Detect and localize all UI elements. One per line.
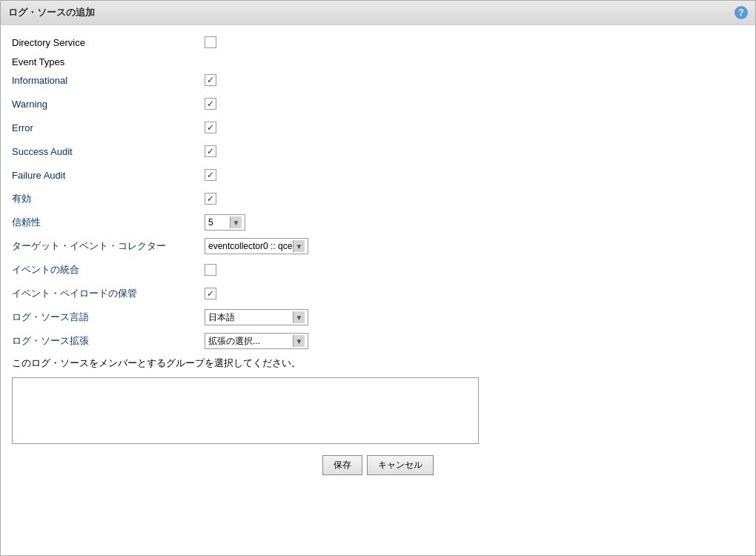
yuukou-row: 有効 [12,189,744,208]
log-source-lang-row: ログ・ソース言語 日本語 ▼ [12,308,744,327]
shinraisei-arrow-icon: ▼ [230,216,242,228]
panel-header: ログ・ソースの追加 ? [0,0,756,25]
success-audit-label: Success Audit [12,146,205,157]
group-select-text: このログ・ソースをメンバーとするグループを選択してください。 [12,357,744,370]
log-source-lang-value: 日本語 [208,311,293,324]
event-types-label: Event Types [12,56,744,67]
collector-select[interactable]: eventcollector0 :: qce1 ▼ [205,238,308,254]
button-row: 保存 キャンセル [12,455,744,475]
log-source-ext-select[interactable]: 拡張の選択... ▼ [205,333,308,349]
failure-audit-checkbox[interactable] [205,169,216,181]
informational-label: Informational [12,75,205,86]
success-audit-row: Success Audit [12,142,744,161]
log-source-ext-label: ログ・ソース拡張 [12,334,205,348]
log-source-lang-select[interactable]: 日本語 ▼ [205,309,308,325]
cancel-button[interactable]: キャンセル [367,455,434,475]
informational-row: Informational [12,70,744,90]
log-source-ext-value: 拡張の選択... [208,335,293,348]
event-payload-row: イベント・ペイロードの保管 [12,284,744,303]
event-payload-label: イベント・ペイロードの保管 [12,287,205,300]
informational-checkbox[interactable] [205,74,216,86]
shinraisei-value: 5 [208,217,230,228]
log-source-ext-row: ログ・ソース拡張 拡張の選択... ▼ [12,331,744,351]
directory-service-checkbox[interactable] [205,36,216,48]
save-button[interactable]: 保存 [322,455,362,475]
collector-value: eventcollector0 :: qce1 [208,241,293,251]
warning-label: Warning [12,99,205,110]
shinraisei-row: 信頼性 5 ▼ [12,213,744,232]
error-row: Error [12,118,744,137]
collector-arrow-icon: ▼ [293,240,305,252]
success-audit-checkbox[interactable] [205,145,216,157]
group-select-textarea[interactable] [12,377,479,444]
shinraisei-label: 信頼性 [12,216,205,229]
collector-label: ターゲット・イベント・コレクター [12,239,205,253]
log-source-lang-label: ログ・ソース言語 [12,311,205,324]
event-merge-row: イベントの統合 [12,260,744,279]
directory-service-row: Directory Service [12,33,744,52]
collector-row: ターゲット・イベント・コレクター eventcollector0 :: qce1… [12,236,744,256]
help-icon[interactable]: ? [735,6,748,19]
shinraisei-select[interactable]: 5 ▼ [205,214,245,231]
panel-body: Directory Service Event Types Informatio… [0,25,756,556]
log-source-ext-arrow-icon: ▼ [293,335,305,347]
failure-audit-row: Failure Audit [12,165,744,185]
yuukou-checkbox[interactable] [205,193,216,205]
warning-checkbox[interactable] [205,98,216,110]
main-panel: ログ・ソースの追加 ? Directory Service Event Type… [0,0,756,556]
error-checkbox[interactable] [205,122,216,133]
event-merge-checkbox[interactable] [205,264,216,276]
event-payload-checkbox[interactable] [205,288,216,299]
log-source-lang-arrow-icon: ▼ [293,311,305,323]
event-merge-label: イベントの統合 [12,263,205,277]
warning-row: Warning [12,94,744,113]
panel-title: ログ・ソースの追加 [8,6,95,19]
failure-audit-label: Failure Audit [12,170,205,181]
yuukou-label: 有効 [12,192,205,205]
error-label: Error [12,122,205,133]
directory-service-label: Directory Service [12,37,205,48]
